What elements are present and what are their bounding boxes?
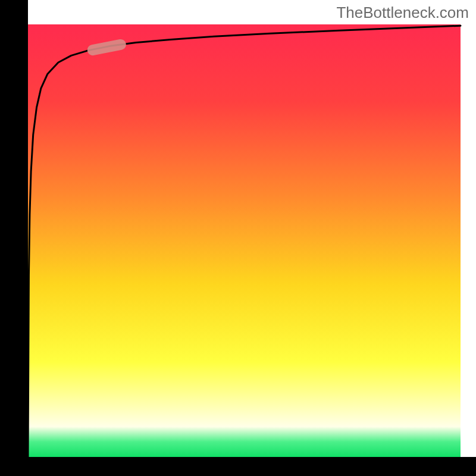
plot-background-gradient (28, 24, 461, 457)
frame-bottom-border (0, 457, 476, 476)
chart-svg (0, 0, 476, 476)
frame-left-border (0, 0, 28, 476)
chart-container: TheBottleneck.com (0, 0, 476, 476)
watermark-text: TheBottleneck.com (336, 4, 469, 22)
